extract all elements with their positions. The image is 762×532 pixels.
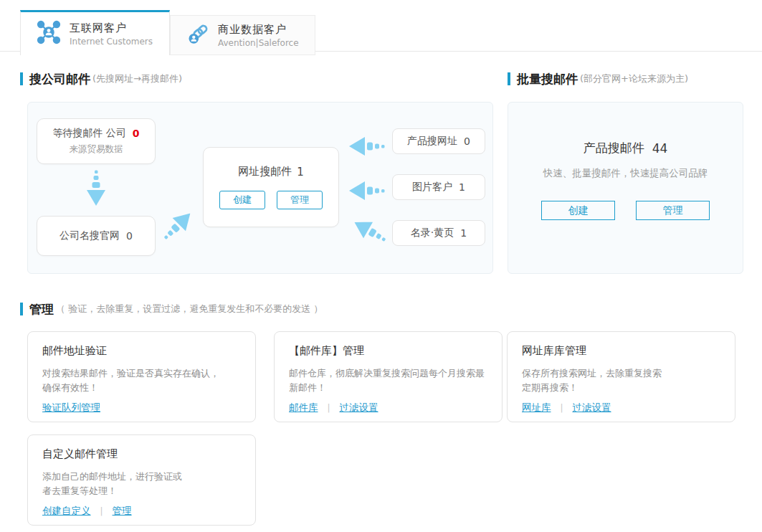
company-box-count: 0	[126, 230, 133, 242]
url-search-email-box: 网址搜邮件 1 创建 管理	[203, 147, 339, 227]
waiting-box-source: 来源贸易数据	[70, 143, 123, 156]
batch-search-subtitle: (部分官网+论坛来源为主)	[580, 72, 688, 85]
source-box-label: 产品搜网址	[407, 135, 457, 148]
image-customers-box: 图片客户 1	[392, 174, 485, 200]
email-library-link[interactable]: 邮件库	[289, 402, 318, 414]
tab-bar: 互联网客户 Internet Customers 商业数据客户 Aventi	[0, 0, 762, 52]
card-body-line: 者去重复等处理！	[42, 484, 241, 498]
card-body-line: 对搜索结果邮件，验证是否真实存在确认，	[42, 366, 241, 381]
filter-settings-link[interactable]: 过滤设置	[573, 402, 611, 414]
product-search-email-count: 44	[652, 141, 668, 156]
header-accent-bar	[508, 72, 510, 85]
custom-manage-link[interactable]: 管理	[113, 505, 132, 518]
search-company-title: 搜公司邮件	[29, 71, 90, 87]
card-title: 【邮件库】管理	[289, 344, 487, 358]
batch-search-panel: 产品搜邮件 44 快速、批量搜邮件，快速提高公司品牌 创建 管理	[508, 102, 743, 274]
link-separator: |	[561, 403, 563, 413]
tab-business-subtitle: Avention|Saleforce	[218, 38, 299, 48]
url-email-box-count: 1	[297, 166, 304, 179]
waiting-box-count: 0	[133, 128, 140, 139]
card-email-library: 【邮件库】管理 邮件仓库，彻底解决重复搜索问题每个月搜索最 新邮件！ 邮件库 |…	[274, 331, 503, 422]
url-email-manage-button[interactable]: 管理	[277, 191, 323, 209]
search-company-flow-panel: 等待搜邮件 公司 0 来源贸易数据 公司名搜官网 0	[27, 102, 493, 274]
url-email-create-button[interactable]: 创建	[219, 191, 265, 209]
flow-arrow-up-left-icon	[349, 213, 392, 250]
source-box-count: 0	[464, 136, 470, 147]
card-body-line: 保存所有搜索网址，去除重复搜索	[522, 366, 720, 381]
tab-internet-subtitle: Internet Customers	[70, 37, 153, 47]
source-box-label: 图片客户	[412, 181, 452, 194]
batch-search-title: 批量搜邮件	[517, 71, 578, 87]
header-accent-bar	[20, 303, 23, 315]
filter-settings-link[interactable]: 过滤设置	[340, 402, 378, 414]
url-library-link[interactable]: 网址库	[522, 402, 551, 414]
card-body-line: 定期再搜索！	[522, 381, 720, 395]
tab-internet-customers[interactable]: 互联网客户 Internet Customers	[20, 10, 170, 55]
search-company-subtitle: (先搜网址→再搜邮件)	[92, 72, 182, 85]
company-name-search-box: 公司名搜官网 0	[37, 216, 156, 256]
section-header-manage: 管理 （ 验证，去除重复，设置过滤，避免重复发生和不必要的发送 ）	[20, 301, 323, 317]
card-body-line: 邮件仓库，彻底解决重复搜索问题每个月搜索最	[289, 366, 487, 381]
section-header-batch-search: 批量搜邮件 (部分官网+论坛来源为主)	[508, 71, 688, 87]
source-box-label: 名录·黄页	[411, 227, 454, 239]
flow-arrow-left-icon	[349, 180, 386, 201]
manage-subtitle: （ 验证，去除重复，设置过滤，避免重复发生和不必要的发送 ）	[56, 303, 323, 315]
card-title: 网址库库管理	[522, 344, 720, 358]
section-header-search-company: 搜公司邮件 (先搜网址→再搜邮件)	[20, 71, 182, 87]
manage-title: 管理	[29, 301, 54, 318]
batch-create-button[interactable]: 创建	[541, 201, 615, 220]
business-data-icon	[186, 22, 209, 48]
create-custom-link[interactable]: 创建自定义	[42, 505, 91, 518]
url-email-box-label: 网址搜邮件	[238, 165, 292, 179]
link-separator: |	[100, 506, 103, 516]
link-separator: |	[328, 403, 330, 413]
product-search-url-box: 产品搜网址 0	[392, 128, 485, 154]
batch-search-description: 快速、批量搜邮件，快速提高公司品牌	[543, 167, 708, 180]
waiting-companies-box: 等待搜邮件 公司 0 来源贸易数据	[37, 118, 156, 164]
card-body-line: 添加自己的邮件地址，进行验证或	[42, 470, 241, 484]
card-title: 自定义邮件管理	[42, 447, 241, 461]
card-body-line: 新邮件！	[289, 381, 487, 395]
flow-arrow-up-right-icon	[156, 206, 198, 247]
tab-internet-title: 互联网客户	[70, 22, 153, 35]
network-customers-icon	[37, 20, 61, 47]
card-body-line: 确保有效性！	[42, 381, 241, 395]
product-search-email-title: 产品搜邮件	[584, 140, 644, 156]
tab-business-title: 商业数据客户	[218, 23, 299, 37]
batch-manage-button[interactable]: 管理	[636, 201, 710, 220]
flow-arrow-left-icon	[349, 136, 386, 157]
source-box-count: 1	[459, 181, 465, 193]
card-title: 邮件地址验证	[42, 344, 241, 358]
verify-queue-manage-link[interactable]: 验证队列管理	[42, 402, 100, 414]
card-email-verification: 邮件地址验证 对搜索结果邮件，验证是否真实存在确认， 确保有效性！ 验证队列管理	[27, 331, 256, 422]
tab-business-data[interactable]: 商业数据客户 Avention|Saleforce	[170, 15, 315, 55]
header-accent-bar	[20, 72, 23, 85]
card-custom-email: 自定义邮件管理 添加自己的邮件地址，进行验证或 者去重复等处理！ 创建自定义 |…	[27, 434, 256, 526]
flow-arrow-down-icon	[85, 168, 107, 206]
page: 互联网客户 Internet Customers 商业数据客户 Aventi	[0, 0, 762, 532]
directory-yellowpages-box: 名录·黄页 1	[392, 220, 485, 246]
waiting-box-label: 等待搜邮件 公司	[52, 127, 125, 140]
source-box-count: 1	[460, 227, 467, 239]
card-url-library: 网址库库管理 保存所有搜索网址，去除重复搜索 定期再搜索！ 网址库 | 过滤设置	[507, 331, 735, 422]
company-box-label: 公司名搜官网	[59, 229, 120, 242]
